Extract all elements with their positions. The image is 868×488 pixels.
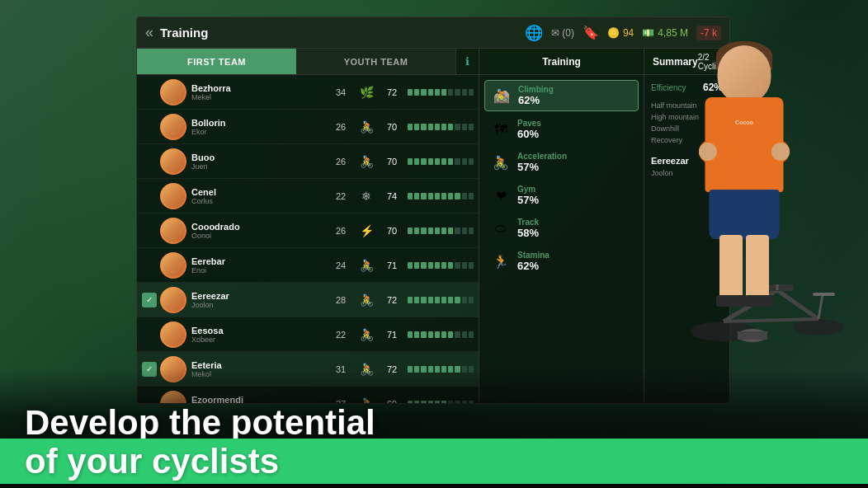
cyclist-row[interactable]: BezhorraMekel34🌿72	[137, 75, 479, 110]
stat-label: High mountain	[651, 113, 699, 121]
check-empty	[142, 85, 157, 100]
window-title: Training	[160, 26, 525, 40]
bookmark-icon[interactable]: 🔖	[583, 25, 599, 40]
bar-segment	[469, 158, 474, 165]
specialty-icon: 🚴	[356, 256, 376, 275]
bar-segment	[448, 228, 453, 234]
bar-segment	[469, 331, 474, 338]
bar-segment	[414, 193, 419, 199]
bar-segment	[462, 193, 467, 199]
cyclist-summary-name: Eereezar	[651, 156, 723, 166]
cyclist-age: 34	[332, 87, 350, 97]
bar-segment	[441, 158, 446, 165]
training-name: Climbing	[518, 85, 554, 94]
mail-badge[interactable]: ✉ (0)	[551, 27, 574, 39]
training-icon: 🚵	[490, 84, 513, 107]
stat-label: Recovery	[651, 136, 682, 144]
training-item[interactable]: 🚵Climbing62%	[484, 80, 639, 111]
training-text-block: Stamina62%	[517, 251, 550, 272]
training-name: Paves	[517, 119, 541, 128]
training-text-block: Gym57%	[517, 185, 539, 206]
cyclist-name-block: CenelCorlus	[191, 187, 328, 205]
training-items: 🚵Climbing62%🗺Paves60%🚴Acceleration57%❤Gy…	[479, 75, 644, 403]
rating-bar	[408, 331, 474, 338]
bar-segment	[435, 297, 440, 303]
money-badge: 💵 4,85 M	[642, 27, 688, 39]
bar-segment	[414, 262, 419, 269]
specialty-icon: ⚡	[356, 221, 376, 241]
cyclist-row[interactable]: CenelCorlus22❄74	[137, 179, 479, 214]
cyclist-name-block: EereezarJoolon	[191, 291, 328, 309]
bar-segment	[469, 297, 474, 303]
title-bar: « Training 🌐 ✉ (0) 🔖 🪙 94 💵 4,85 M -7 k	[137, 17, 729, 49]
bar-segment	[462, 158, 467, 165]
check-empty	[142, 120, 157, 134]
rating-bar	[408, 228, 474, 234]
training-item[interactable]: 🏃Stamina62%	[484, 246, 639, 276]
avatar	[160, 79, 186, 106]
bar-segment	[455, 124, 460, 130]
back-icon[interactable]: «	[145, 24, 153, 41]
training-header: Training	[479, 49, 644, 75]
cyclist-name-block: CooodradoOonoi	[191, 222, 328, 240]
bar-segment	[469, 193, 474, 199]
cyclist-row[interactable]: EerebarEnoi24🚴71	[137, 248, 479, 283]
bar-segment	[441, 297, 446, 303]
youth-team-tab[interactable]: YOUTH TEAM	[296, 49, 455, 74]
bar-segment	[448, 193, 453, 199]
efficiency-label: Efficiency	[651, 83, 686, 92]
bar-segment	[421, 89, 426, 96]
training-name: Track	[517, 218, 539, 227]
cyclist-row[interactable]: CooodradoOonoi26⚡70	[137, 214, 479, 248]
bar-segment	[462, 262, 467, 269]
rating-bar	[408, 297, 474, 303]
bar-segment	[421, 124, 426, 130]
bar-segment	[455, 297, 460, 303]
tagline-highlight: of your cyclists	[0, 439, 868, 484]
training-item[interactable]: ⬭Track58%	[484, 214, 639, 243]
cyclist-surname: Ekor	[191, 128, 328, 136]
training-panel: Training 🚵Climbing62%🗺Paves60%🚴Accelerat…	[479, 49, 644, 403]
first-team-tab[interactable]: FIRST TEAM	[137, 49, 296, 74]
summary-panel: Summary 2/2 Cyclists Efficiency 62% Half…	[644, 49, 729, 403]
bar-segment	[441, 124, 446, 130]
rating-bar	[408, 158, 474, 165]
specialty-icon: 🌿	[356, 82, 376, 102]
avatar	[160, 321, 186, 348]
bar-segment	[421, 158, 426, 165]
check-empty	[142, 189, 157, 204]
bar-segment	[462, 89, 467, 96]
cyclist-surname: Xobeer	[191, 336, 328, 344]
cyclist-row[interactable]: ✓EereezarJoolon28🚴72	[137, 283, 479, 317]
globe-icon[interactable]: 🌐	[525, 24, 543, 42]
bar-segment	[455, 331, 460, 338]
bar-segment	[435, 89, 440, 96]
bar-segment	[435, 158, 440, 165]
cyclist-row[interactable]: BuooJuen26🚴70	[137, 144, 479, 179]
training-text-block: Climbing62%	[518, 85, 554, 106]
cyclist-row[interactable]: BollorinEkor26🚴70	[137, 110, 479, 144]
bar-segment	[455, 158, 460, 165]
training-icon: 🏃	[489, 250, 512, 273]
stat-row: Downhill	[651, 123, 723, 134]
coin-badge: 🪙 94	[607, 27, 634, 39]
bar-segment	[428, 228, 433, 234]
cyclist-age: 22	[332, 191, 350, 201]
cyclist-name: Bezhorra	[191, 83, 328, 93]
training-item[interactable]: 🚴Acceleration57%	[484, 148, 639, 177]
cyclist-rating: 71	[383, 260, 401, 270]
cyclist-name-block: BezhorraMekel	[191, 83, 328, 101]
summary-title: Summary	[653, 56, 698, 68]
bar-segment	[428, 124, 433, 130]
training-item[interactable]: 🗺Paves60%	[484, 115, 639, 144]
cyclist-list: BezhorraMekel34🌿72BollorinEkor26🚴70BuooJ…	[137, 75, 479, 403]
bar-segment	[435, 262, 440, 269]
bar-segment	[428, 158, 433, 165]
cyclist-row[interactable]: EesosaXobeer22🚴71	[137, 317, 479, 352]
stat-rows: Half mountainHigh mountainDownhillRecove…	[651, 100, 723, 146]
training-item[interactable]: ❤Gym57%	[484, 181, 639, 210]
check-empty	[142, 258, 157, 273]
cyclist-name: Eerebar	[191, 256, 328, 266]
bar-segment	[448, 331, 453, 338]
info-tab[interactable]: ℹ	[455, 49, 479, 74]
